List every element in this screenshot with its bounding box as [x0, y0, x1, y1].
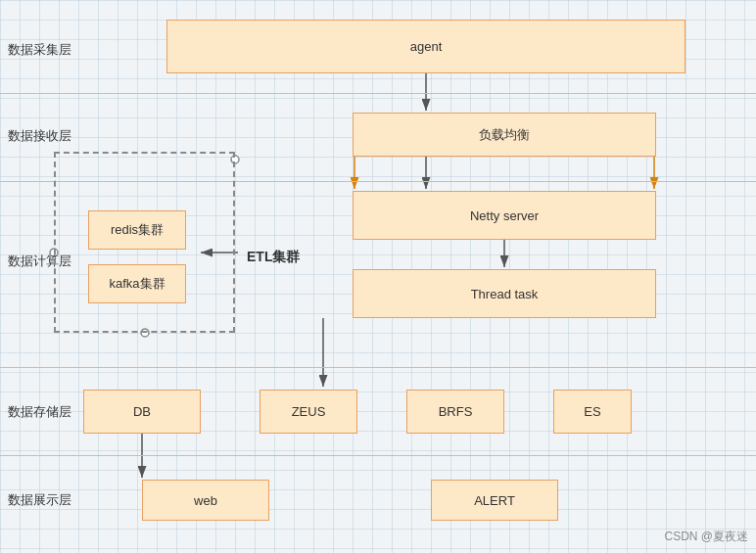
redis-box: redis集群 — [88, 210, 186, 250]
divider-4 — [0, 455, 756, 456]
web-box: web — [142, 480, 269, 521]
watermark: CSDN @夏夜迷 — [664, 529, 748, 545]
etl-label: ETL集群 — [247, 249, 300, 266]
alert-box: ALERT — [431, 480, 558, 521]
load-balance-box: 负载均衡 — [353, 113, 656, 157]
layer-collection: 数据采集层 — [8, 41, 71, 59]
db-box: DB — [83, 390, 201, 434]
divider-3 — [0, 367, 756, 368]
kafka-box: kafka集群 — [88, 264, 186, 303]
es-box: ES — [553, 390, 632, 434]
layer-storage: 数据存储层 — [8, 403, 71, 421]
agent-box: agent — [166, 20, 685, 73]
zeus-box: ZEUS — [260, 390, 357, 434]
architecture-diagram: 数据采集层 数据接收层 数据计算层 数据存储层 数据展示层 agent 负载均衡… — [0, 0, 756, 553]
layer-display: 数据展示层 — [8, 491, 71, 509]
brfs-box: BRFS — [406, 390, 504, 434]
divider-1 — [0, 93, 756, 94]
layer-reception: 数据接收层 — [8, 127, 71, 145]
thread-task-box: Thread task — [353, 269, 656, 318]
netty-server-box: Netty server — [353, 191, 656, 240]
